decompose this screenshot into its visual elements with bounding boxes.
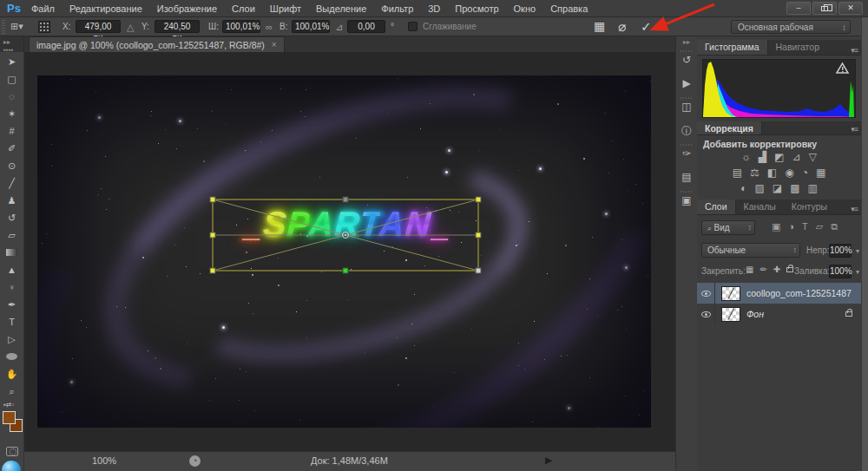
levels-icon[interactable]: ▟ bbox=[759, 151, 766, 163]
filter-pixel-icon[interactable]: ▣ bbox=[772, 221, 780, 232]
foreground-color-swatch[interactable] bbox=[3, 411, 16, 424]
lock-transparency-icon[interactable]: ▦ bbox=[746, 265, 753, 274]
lock-position-icon[interactable]: ✚ bbox=[773, 265, 780, 274]
selective-color-icon[interactable]: ▥ bbox=[807, 182, 817, 194]
ellipse-tool[interactable] bbox=[0, 349, 23, 364]
status-flyout-icon[interactable]: ▶ bbox=[545, 455, 552, 466]
actions-panel-icon[interactable]: ▶ bbox=[676, 77, 697, 89]
document-tab[interactable]: image.jpg @ 100% (coollogo_com-125251487… bbox=[29, 36, 285, 52]
gradient-tool[interactable] bbox=[0, 245, 23, 260]
move-tool[interactable]: ➤ bbox=[0, 54, 23, 69]
layer-thumbnail[interactable]: ╱ bbox=[721, 286, 740, 301]
menu-Фильтр[interactable]: Фильтр bbox=[381, 3, 413, 14]
reference-point-grid[interactable] bbox=[38, 21, 50, 33]
filter-adjustment-icon[interactable]: ◑ bbox=[788, 221, 794, 232]
antialias-checkbox[interactable] bbox=[408, 22, 418, 31]
tab-navigator[interactable]: Навигатор bbox=[768, 40, 827, 55]
close-button[interactable]: ✕ bbox=[838, 2, 863, 15]
opacity-value[interactable]: 100% bbox=[829, 244, 852, 258]
menu-Просмотр[interactable]: Просмотр bbox=[455, 3, 498, 14]
invert-icon[interactable]: ◐ bbox=[740, 182, 746, 194]
magic-wand-tool[interactable]: ✶ bbox=[0, 106, 23, 121]
history-brush-tool[interactable]: ↺ bbox=[0, 210, 23, 226]
photo-filter-icon[interactable]: ◉ bbox=[785, 167, 793, 179]
warp-mode-icon[interactable]: ▦ bbox=[594, 19, 605, 33]
threshold-icon[interactable]: ◪ bbox=[773, 182, 782, 194]
tab-layers[interactable]: Слои bbox=[697, 200, 736, 214]
dodge-tool[interactable]: ♀ bbox=[0, 279, 23, 295]
clone-source-panel-icon[interactable]: ▣ bbox=[676, 194, 697, 206]
color-lookup-icon[interactable]: ▦ bbox=[816, 167, 825, 179]
minimize-button[interactable]: – bbox=[786, 2, 811, 15]
restore-button[interactable] bbox=[812, 2, 837, 15]
panel-menu-icon[interactable] bbox=[851, 46, 858, 55]
lock-pixels-icon[interactable]: ✏ bbox=[760, 265, 766, 274]
cancel-transform-icon[interactable]: ⌀ bbox=[618, 19, 626, 35]
properties-panel-icon[interactable]: ◫ bbox=[676, 101, 697, 113]
filter-shape-icon[interactable]: ▱ bbox=[816, 221, 823, 232]
relative-position-icon[interactable]: △ bbox=[127, 21, 134, 33]
vibrance-icon[interactable]: ▽ bbox=[809, 151, 817, 163]
filter-type-icon[interactable]: T bbox=[802, 221, 808, 232]
collapse-panels-icon[interactable]: ▸▸ bbox=[676, 38, 697, 46]
visibility-toggle[interactable] bbox=[697, 304, 715, 324]
menu-Редактирование[interactable]: Редактирование bbox=[69, 3, 142, 14]
channel-mixer-icon[interactable]: ◔ bbox=[802, 167, 808, 179]
healing-brush-tool[interactable]: ⊙ bbox=[0, 158, 23, 173]
color-balance-icon[interactable]: ⚖ bbox=[750, 167, 760, 179]
menu-3D[interactable]: 3D bbox=[428, 3, 440, 14]
canvas-area[interactable]: _SPARTAN_ bbox=[24, 52, 675, 451]
brush-presets-panel-icon[interactable]: ▤ bbox=[676, 171, 697, 183]
type-tool[interactable]: T bbox=[0, 314, 23, 330]
path-selection-tool[interactable]: ▷ bbox=[0, 331, 23, 347]
brush-tool[interactable]: ╱ bbox=[0, 175, 23, 191]
eraser-tool[interactable]: ▱ bbox=[0, 227, 23, 243]
document-image[interactable]: _SPARTAN_ bbox=[37, 75, 651, 428]
workspace-selector[interactable]: Основная рабочая среда bbox=[731, 20, 851, 34]
quick-mask-button[interactable] bbox=[6, 447, 18, 456]
blur-tool[interactable]: ▲ bbox=[0, 262, 23, 278]
zoom-level[interactable]: 100% bbox=[92, 455, 116, 466]
menu-Справка[interactable]: Справка bbox=[550, 3, 588, 14]
menu-Файл[interactable]: Файл bbox=[31, 3, 55, 14]
tab-histogram[interactable]: Гистограмма bbox=[697, 40, 768, 55]
menu-Шрифт[interactable]: Шрифт bbox=[270, 3, 301, 14]
pen-tool[interactable]: ✒ bbox=[0, 297, 23, 312]
eyedropper-tool[interactable]: ✐ bbox=[0, 141, 23, 156]
width-input[interactable]: 100,01% bbox=[222, 20, 260, 33]
tab-paths[interactable]: Контуры bbox=[784, 200, 835, 214]
layer-row[interactable]: ╱Фон bbox=[697, 304, 861, 324]
angle-input[interactable]: 0,00 bbox=[347, 20, 385, 33]
fill-value[interactable]: 100% bbox=[829, 265, 852, 278]
black-white-icon[interactable]: ◧ bbox=[767, 167, 777, 179]
transform-bounding-box[interactable] bbox=[207, 194, 487, 277]
tab-channels[interactable]: Каналы bbox=[736, 200, 784, 214]
exposure-icon[interactable]: ⊿ bbox=[792, 151, 801, 163]
panel-menu-icon[interactable] bbox=[851, 125, 858, 134]
panel-menu-icon[interactable] bbox=[851, 205, 858, 213]
document-size[interactable]: Док: 1,48М/3,46М bbox=[311, 455, 388, 466]
y-input[interactable]: 240,50 пи bbox=[155, 20, 200, 33]
visibility-toggle[interactable] bbox=[697, 283, 715, 304]
zoom-tool[interactable]: ⌕ bbox=[0, 383, 23, 399]
menu-Выделение[interactable]: Выделение bbox=[316, 3, 366, 14]
menu-Слои[interactable]: Слои bbox=[232, 3, 255, 14]
menu-Окно[interactable]: Окно bbox=[514, 3, 536, 14]
commit-transform-icon[interactable]: ✓ bbox=[641, 19, 652, 35]
hue-saturation-icon[interactable]: ▤ bbox=[733, 167, 742, 179]
brush-panel-icon[interactable]: ✑ bbox=[676, 147, 697, 160]
x-input[interactable]: 479,00 пи bbox=[76, 20, 121, 33]
link-dimensions-icon[interactable]: ∞ bbox=[266, 21, 273, 33]
history-panel-icon[interactable]: ↺ bbox=[676, 54, 697, 66]
current-tool-icon[interactable]: ⊞▾ bbox=[10, 21, 23, 32]
layer-filter-dropdown[interactable]: ⌕ Вид bbox=[701, 220, 755, 235]
posterize-icon[interactable]: ▨ bbox=[754, 182, 764, 194]
toolbar-collapse-strip[interactable]: ▸▸▪▪▪▪ bbox=[0, 36, 24, 52]
lasso-tool[interactable]: ◌ bbox=[0, 88, 23, 104]
gradient-map-icon[interactable]: ▩ bbox=[790, 182, 799, 194]
crop-tool[interactable]: # bbox=[0, 123, 23, 139]
layer-row[interactable]: ╱coollogo_com-125251487 bbox=[697, 283, 861, 304]
clone-stamp-tool[interactable]: ♟ bbox=[0, 193, 23, 208]
height-input[interactable]: 100,01% bbox=[292, 20, 330, 33]
curves-icon[interactable]: ◩ bbox=[774, 151, 784, 163]
